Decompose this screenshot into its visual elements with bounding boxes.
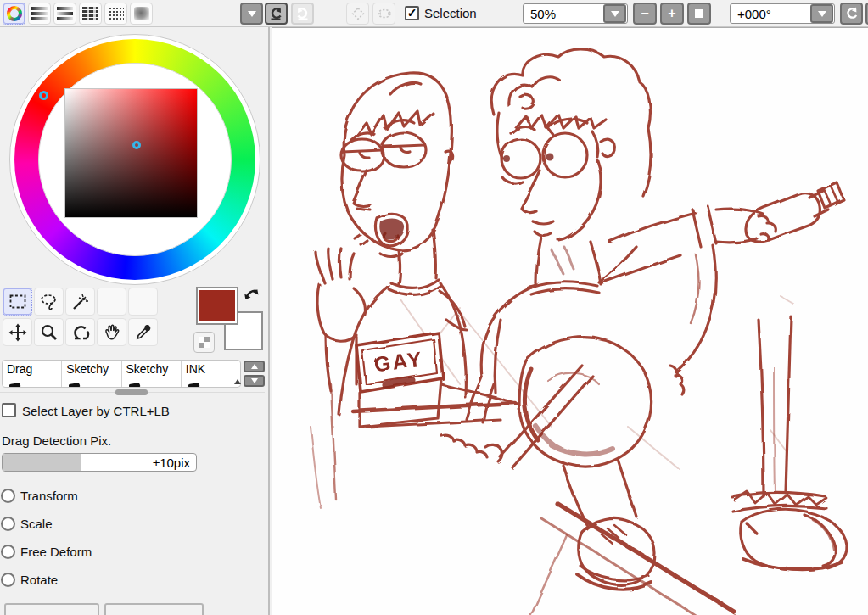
tab-label: Drag — [7, 362, 32, 376]
zoom-combobox[interactable]: 50% — [523, 3, 628, 24]
cancel-button[interactable]: Cancel — [104, 603, 204, 615]
zoom-tool[interactable] — [34, 318, 64, 346]
rotation-dropdown-button[interactable] — [810, 4, 833, 23]
swap-colors-button[interactable] — [242, 286, 260, 305]
swap-arrows-icon — [242, 286, 260, 305]
zoom-in-button[interactable]: + — [660, 3, 684, 25]
sketch-drawing[interactable]: GAY — [272, 28, 868, 615]
tab-label: Sketchy — [66, 362, 109, 376]
drag-detection-slider[interactable]: ±10pix — [2, 453, 197, 472]
brush-stroke-icon — [69, 383, 81, 387]
tab-sketchy-1[interactable]: Sketchy — [61, 361, 120, 387]
select-layer-label: Select Layer by CTRL+LB — [22, 404, 170, 418]
selection-checkbox[interactable]: ✓ — [405, 6, 419, 20]
rotate-ccw-icon — [845, 7, 859, 20]
tool-shelf-tabs: Drag Sketchy Sketchy INK — [2, 360, 241, 388]
empty-tool-slot-2[interactable] — [128, 288, 158, 316]
rotate-canvas-tool[interactable] — [65, 318, 95, 346]
scratchpad-icon — [134, 7, 149, 20]
redo-icon — [295, 7, 310, 21]
lasso-tool[interactable] — [34, 288, 64, 316]
gradient-bars-icon — [31, 7, 48, 20]
shelf-scroll-down-button[interactable] — [244, 375, 265, 387]
minus-icon: − — [641, 7, 648, 20]
checkerboard-icon — [199, 337, 210, 348]
left-panel: Drag Sketchy Sketchy INK Select Layer by… — [0, 27, 270, 615]
marquee-icon — [9, 294, 26, 309]
painttool-sai-window: ✓ Selection 50% − + +000° — [0, 0, 868, 615]
chevron-down-icon — [818, 11, 826, 17]
chevron-down-icon — [248, 11, 256, 17]
eyedropper-icon — [134, 323, 153, 342]
undo-button[interactable] — [265, 3, 288, 25]
radio-scale[interactable] — [1, 517, 15, 531]
color-mixer-panel-button[interactable] — [79, 3, 102, 25]
hue-marker[interactable] — [39, 91, 48, 100]
zoom-dropdown-button[interactable] — [603, 4, 626, 23]
brush-stroke-icon — [188, 383, 199, 387]
gradient-bars-alt-icon — [57, 7, 73, 20]
move-tool[interactable] — [3, 318, 32, 346]
sv-marker[interactable] — [132, 141, 141, 149]
transparent-color-button[interactable] — [193, 332, 215, 353]
chevron-down-icon — [611, 11, 619, 17]
scratchpad-panel-button[interactable] — [130, 3, 153, 25]
transform-selection-button[interactable] — [346, 3, 369, 25]
shelf-expand-icon — [234, 379, 241, 384]
radio-free-deform-label: Free Deform — [20, 545, 92, 559]
splitter-grip[interactable] — [115, 389, 148, 395]
drag-detection-value: ±10pix — [153, 456, 190, 470]
rect-select-tool[interactable] — [3, 288, 32, 316]
redo-button[interactable] — [291, 3, 314, 25]
undo-icon — [269, 7, 283, 21]
select-layer-checkbox[interactable] — [2, 403, 16, 417]
dashed-flip-icon — [377, 6, 392, 21]
rotation-value: +000° — [731, 7, 809, 21]
up-triangle-icon — [251, 364, 258, 369]
segmented-bars-icon — [82, 7, 98, 20]
zoom-reset-button[interactable] — [687, 3, 711, 25]
foreground-color-swatch[interactable] — [196, 287, 238, 325]
omega-rotate-icon — [71, 323, 90, 342]
magic-wand-icon — [71, 294, 90, 310]
zoom-value: 50% — [524, 7, 602, 21]
ok-button[interactable]: OK — [4, 603, 99, 615]
saturation-value-square[interactable] — [64, 88, 198, 218]
flip-selection-button[interactable] — [372, 3, 395, 25]
tab-drag[interactable]: Drag — [3, 361, 61, 387]
radio-free-deform[interactable] — [1, 545, 15, 559]
eyedropper-tool[interactable] — [128, 318, 158, 346]
tab-ink[interactable]: INK — [181, 361, 240, 387]
dashed-diamond-icon — [350, 6, 366, 21]
hsv-sliders-panel-button[interactable] — [28, 3, 51, 25]
swatches-panel-button[interactable] — [104, 3, 127, 25]
zoom-out-button[interactable]: − — [633, 3, 657, 25]
selection-checkbox-label: Selection — [424, 6, 477, 20]
hand-icon — [103, 323, 121, 342]
rotate-ccw-button[interactable] — [840, 3, 863, 25]
rotation-combobox[interactable]: +000° — [730, 3, 835, 24]
tab-sketchy-2[interactable]: Sketchy — [121, 361, 181, 387]
drawing-canvas[interactable]: GAY — [272, 27, 868, 615]
tab-label: INK — [186, 362, 205, 376]
radio-transform-label: Transform — [20, 489, 78, 503]
radio-rotate[interactable] — [1, 573, 15, 587]
tab-label: Sketchy — [126, 362, 169, 376]
color-wheel-panel-button[interactable] — [3, 3, 25, 25]
lasso-icon — [40, 294, 59, 310]
radio-scale-label: Scale — [20, 517, 53, 531]
top-toolbar: ✓ Selection 50% − + +000° — [0, 0, 868, 27]
drag-detection-label: Drag Detection Pix. — [2, 433, 111, 448]
brush-stroke-icon — [9, 383, 21, 387]
magic-wand-tool[interactable] — [65, 288, 95, 316]
down-triangle-icon — [251, 378, 258, 383]
panel-dropdown-button[interactable] — [240, 3, 263, 25]
rgb-sliders-panel-button[interactable] — [53, 3, 76, 25]
hand-tool[interactable] — [97, 318, 126, 346]
shelf-scroll-up-button[interactable] — [244, 361, 265, 372]
color-wheel-icon — [6, 5, 23, 22]
empty-tool-slot-1[interactable] — [97, 288, 126, 316]
swatch-grid-icon — [109, 7, 124, 20]
radio-transform[interactable] — [1, 489, 15, 503]
plus-icon: + — [668, 7, 675, 20]
